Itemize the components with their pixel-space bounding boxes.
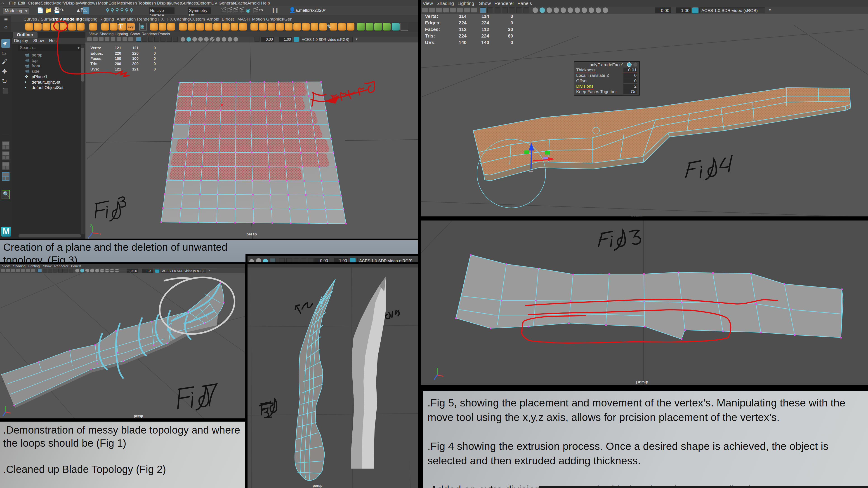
svg-text:persp: persp	[631, 215, 643, 217]
svg-text:x: x	[99, 232, 101, 236]
svg-text:z: z	[88, 236, 89, 238]
svg-text:persp: persp	[636, 379, 648, 384]
svg-text:y: y	[90, 223, 92, 227]
